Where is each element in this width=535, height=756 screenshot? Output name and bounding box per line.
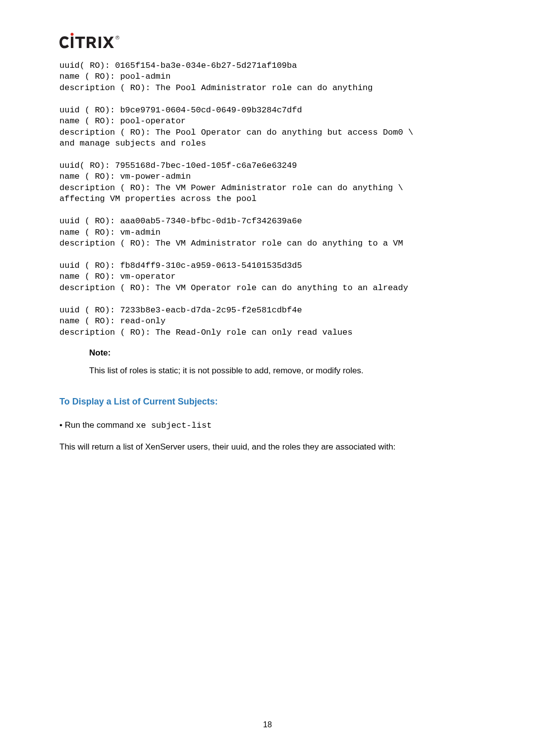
citrix-logo: ® <box>59 33 476 50</box>
svg-text:®: ® <box>115 35 119 41</box>
note-text: This list of roles is static; it is not … <box>89 365 476 377</box>
note-block: Note: This list of roles is static; it i… <box>89 348 476 377</box>
inline-code: xe subject-list <box>136 421 212 430</box>
note-label: Note: <box>89 348 476 358</box>
page-number: 18 <box>0 720 535 729</box>
svg-point-1 <box>71 33 74 36</box>
section-heading: To Display a List of Current Subjects: <box>59 397 476 407</box>
bullet-text: • Run the command <box>59 420 136 430</box>
bullet-run-command: • Run the command xe subject-list <box>59 419 476 432</box>
svg-rect-2 <box>99 37 101 48</box>
body-paragraph: This will return a list of XenServer use… <box>59 441 476 454</box>
svg-rect-0 <box>71 37 73 48</box>
code-output: uuid( RO): 0165f154-ba3e-034e-6b27-5d271… <box>59 60 476 338</box>
